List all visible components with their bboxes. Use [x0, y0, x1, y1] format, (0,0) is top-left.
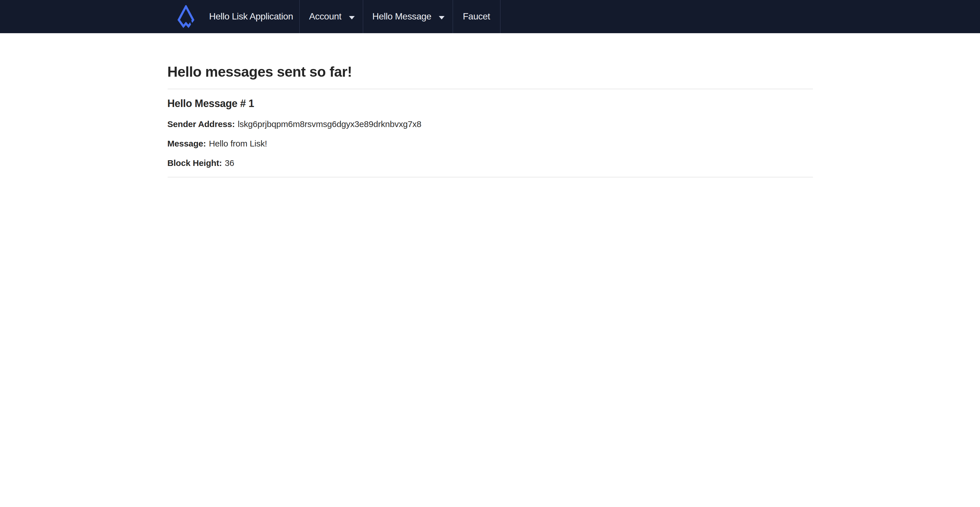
field-block-height-value: 36: [225, 158, 234, 167]
field-message-label: Message:: [167, 139, 206, 148]
lisk-logo-icon: [176, 5, 196, 28]
chevron-down-icon: [349, 16, 355, 19]
nav-item-faucet[interactable]: Faucet: [453, 0, 500, 33]
main-content: Hello messages sent so far! Hello Messag…: [167, 63, 813, 177]
nav-item-faucet-label: Faucet: [463, 11, 490, 22]
brand-link[interactable]: Hello Lisk Application: [176, 0, 293, 33]
nav-item-account[interactable]: Account: [299, 0, 363, 33]
field-block-height-label: Block Height:: [167, 158, 222, 167]
field-block-height: Block Height:36: [167, 157, 813, 169]
chevron-down-icon: [439, 16, 444, 19]
app-viewport: Hello Lisk Application Account Hello Mes…: [0, 0, 980, 254]
nav-item-account-label: Account: [309, 11, 342, 22]
message-divider: [167, 177, 813, 177]
field-sender-address: Sender Address:lskg6prjbqpm6m8rsvmsg6dgy…: [167, 118, 813, 130]
nav-item-hello-message-label: Hello Message: [372, 11, 431, 22]
field-message: Message:Hello from Lisk!: [167, 138, 813, 149]
field-sender-address-value: lskg6prjbqpm6m8rsvmsg6dgyx3e89drknbvxg7x…: [238, 119, 422, 129]
field-message-value: Hello from Lisk!: [209, 139, 267, 148]
message-heading: Hello Message # 1: [167, 97, 813, 110]
nav-item-hello-message[interactable]: Hello Message: [363, 0, 452, 33]
title-divider: [167, 89, 813, 89]
brand-title: Hello Lisk Application: [209, 11, 293, 22]
field-sender-address-label: Sender Address:: [167, 119, 235, 129]
page-title: Hello messages sent so far!: [167, 63, 813, 80]
navbar: Hello Lisk Application Account Hello Mes…: [0, 0, 980, 33]
navbar-inner: Hello Lisk Application Account Hello Mes…: [167, 0, 813, 33]
message-card: Hello Message # 1 Sender Address:lskg6pr…: [167, 97, 813, 177]
